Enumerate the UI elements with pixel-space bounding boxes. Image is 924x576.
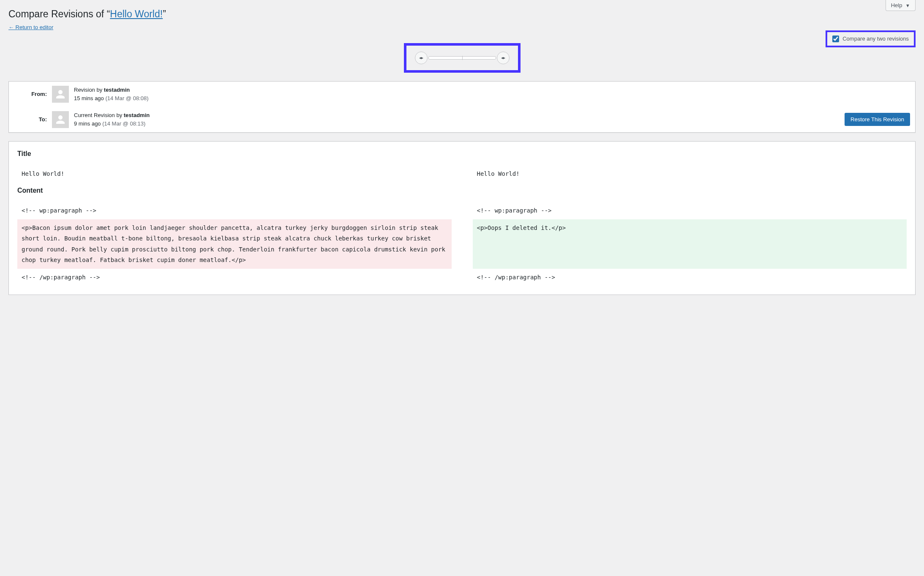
revision-meta-box: From: Revision by testadmin 15 mins ago … [8, 81, 916, 133]
to-author: testadmin [124, 112, 150, 118]
title-left: Hello World! [17, 165, 452, 183]
compare-label: Compare any two revisions [842, 35, 909, 42]
to-info: Current Revision by testadmin 9 mins ago… [74, 111, 150, 128]
page-title: Compare Revisions of “Hello World!” [8, 4, 916, 22]
revision-slider: ◂▸ ◂▸ [404, 43, 521, 73]
to-prefix: Current Revision by [74, 112, 124, 118]
to-ago: 9 mins ago [74, 120, 102, 127]
diff-panel: Title Hello World! Hello World! Content … [8, 141, 916, 295]
to-row: To: Current Revision by testadmin 9 mins… [9, 107, 915, 132]
table-row: <!-- wp:paragraph --><!-- wp:paragraph -… [17, 202, 907, 219]
restore-revision-button[interactable]: Restore This Revision [845, 113, 910, 126]
user-icon [54, 88, 67, 101]
arrow-left-right-icon: ◂▸ [501, 55, 505, 60]
table-row: <p>Bacon ipsum dolor amet pork loin land… [17, 219, 907, 269]
diff-left-cell: <!-- /wp:paragraph --> [17, 269, 452, 286]
title-suffix: ” [163, 8, 166, 19]
diff-left-cell: <p>Bacon ipsum dolor amet pork loin land… [17, 219, 452, 269]
from-row: From: Revision by testadmin 15 mins ago … [9, 82, 915, 107]
from-ago: 15 mins ago [74, 95, 105, 101]
slider-prev-button[interactable]: ◂▸ [415, 52, 428, 64]
from-info: Revision by testadmin 15 mins ago (14 Ma… [74, 86, 149, 102]
slider-tick [462, 56, 463, 60]
help-tab[interactable]: Help ▼ [886, 0, 916, 11]
from-label: From: [14, 91, 52, 97]
chevron-down-icon: ▼ [905, 3, 910, 8]
title-diff-table: Hello World! Hello World! [17, 165, 907, 183]
compare-any-two-toggle[interactable]: Compare any two revisions [826, 30, 916, 47]
from-prefix: Revision by [74, 87, 104, 93]
arrow-left-right-icon: ◂▸ [419, 55, 423, 60]
help-label: Help [891, 2, 902, 8]
user-icon [54, 113, 67, 126]
to-label: To: [14, 116, 52, 123]
to-timestamp: (14 Mar @ 08:13) [102, 120, 145, 127]
slider-next-button[interactable]: ◂▸ [497, 52, 510, 64]
table-row: Hello World! Hello World! [17, 165, 907, 183]
content-diff-table: <!-- wp:paragraph --><!-- wp:paragraph -… [17, 202, 907, 286]
from-author: testadmin [104, 87, 130, 93]
content-heading: Content [17, 187, 907, 194]
return-to-editor-link[interactable]: ← Return to editor [8, 24, 53, 30]
diff-right-cell: <p>Oops I deleted it.</p> [473, 219, 907, 269]
avatar [52, 111, 69, 128]
from-timestamp: (14 Mar @ 08:08) [105, 95, 148, 101]
table-row: <!-- /wp:paragraph --><!-- /wp:paragraph… [17, 269, 907, 286]
avatar [52, 86, 69, 103]
title-right: Hello World! [473, 165, 907, 183]
title-heading: Title [17, 150, 907, 158]
title-prefix: Compare Revisions of “ [8, 8, 110, 19]
slider-track[interactable] [428, 56, 496, 60]
diff-right-cell: <!-- wp:paragraph --> [473, 202, 907, 219]
post-title-link[interactable]: Hello World! [110, 8, 163, 19]
compare-checkbox[interactable] [832, 35, 839, 42]
diff-right-cell: <!-- /wp:paragraph --> [473, 269, 907, 286]
diff-left-cell: <!-- wp:paragraph --> [17, 202, 452, 219]
